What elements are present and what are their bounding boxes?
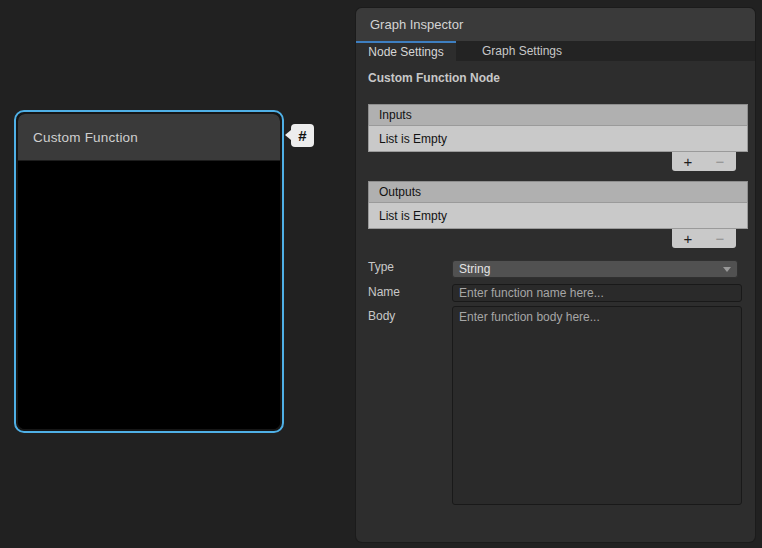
type-dropdown[interactable]: String xyxy=(452,260,738,278)
tab-node-settings-label: Node Settings xyxy=(368,45,443,59)
outputs-list-empty-row: List is Empty xyxy=(368,203,748,229)
tab-node-settings[interactable]: Node Settings xyxy=(356,41,456,61)
inputs-list-header-label: Inputs xyxy=(379,108,412,122)
outputs-list-footer: + − xyxy=(368,229,748,248)
inputs-footer-chip: + − xyxy=(672,152,736,171)
function-body-textarea[interactable] xyxy=(452,306,742,505)
inputs-list: Inputs List is Empty + − xyxy=(368,104,748,171)
outputs-add-button[interactable]: + xyxy=(676,230,700,247)
inputs-empty-label: List is Empty xyxy=(379,132,447,146)
inputs-add-button[interactable]: + xyxy=(676,153,700,170)
function-name-input[interactable] xyxy=(452,284,742,302)
graph-inspector-panel: Graph Inspector Node Settings Graph Sett… xyxy=(356,8,755,542)
node-container: Custom Function xyxy=(18,114,280,429)
outputs-list: Outputs List is Empty + − xyxy=(368,181,748,248)
outputs-list-header[interactable]: Outputs xyxy=(368,181,748,203)
outputs-list-header-label: Outputs xyxy=(379,185,421,199)
type-label: Type xyxy=(368,260,394,274)
inspector-title: Graph Inspector xyxy=(370,17,463,32)
tab-graph-settings-label: Graph Settings xyxy=(482,44,562,58)
outputs-remove-button[interactable]: − xyxy=(708,230,732,247)
section-title: Custom Function Node xyxy=(368,71,500,85)
chevron-down-icon xyxy=(723,267,731,272)
node-hash-badge[interactable]: # xyxy=(291,124,314,147)
inputs-list-header[interactable]: Inputs xyxy=(368,104,748,126)
node-preview-body xyxy=(18,161,280,429)
inspector-titlebar[interactable]: Graph Inspector xyxy=(356,8,755,41)
inspector-tabbar: Node Settings Graph Settings xyxy=(356,41,755,61)
name-label: Name xyxy=(368,285,400,299)
node-title: Custom Function xyxy=(33,130,138,145)
type-dropdown-value: String xyxy=(459,262,490,276)
outputs-empty-label: List is Empty xyxy=(379,209,447,223)
inputs-list-footer: + − xyxy=(368,152,748,171)
node-header[interactable]: Custom Function xyxy=(18,114,280,161)
outputs-footer-chip: + − xyxy=(672,229,736,248)
body-label: Body xyxy=(368,309,395,323)
custom-function-node[interactable]: Custom Function xyxy=(14,110,284,433)
shader-graph-window: { "canvas": { "background": "#212121" },… xyxy=(0,0,762,548)
tab-graph-settings[interactable]: Graph Settings xyxy=(456,41,588,61)
inputs-remove-button[interactable]: − xyxy=(708,153,732,170)
hash-icon: # xyxy=(298,128,306,143)
badge-tail xyxy=(285,130,291,140)
inputs-list-empty-row: List is Empty xyxy=(368,126,748,152)
